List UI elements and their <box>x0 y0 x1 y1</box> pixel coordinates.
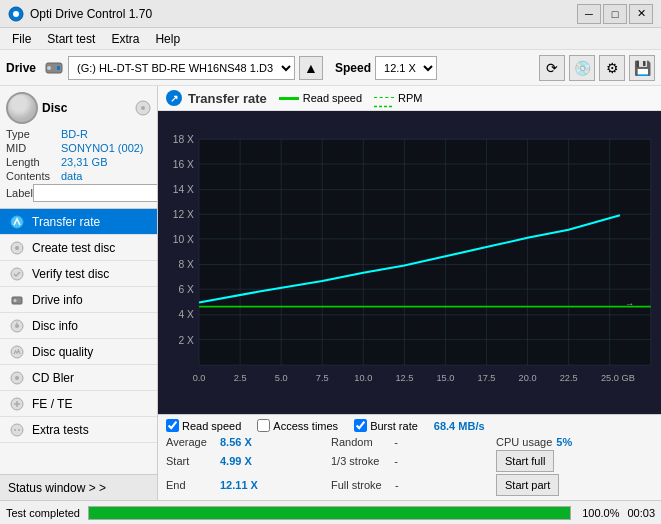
access-times-checkbox-label[interactable]: Access times <box>257 419 338 432</box>
nav-item-disc-info[interactable]: i Disc info <box>0 313 157 339</box>
eject-button[interactable]: ▲ <box>299 56 323 80</box>
settings-button[interactable]: ⚙ <box>599 55 625 81</box>
nav-verify-test-disc-label: Verify test disc <box>32 267 109 281</box>
progress-bar-container <box>88 506 571 520</box>
stats-average-cell: Average 8.56 X <box>166 436 323 448</box>
cd-button[interactable]: 💿 <box>569 55 595 81</box>
drive-icon <box>44 58 64 78</box>
menu-file[interactable]: File <box>4 28 39 50</box>
disc-type-row: Type BD-R <box>6 128 151 140</box>
menu-extra[interactable]: Extra <box>103 28 147 50</box>
stats-1-3-stroke-value: - <box>385 455 398 467</box>
svg-text:16 X: 16 X <box>173 159 194 170</box>
nav-fe-te-label: FE / TE <box>32 397 72 411</box>
stats-full-stroke-value: - <box>386 479 399 491</box>
nav-item-fe-te[interactable]: FE / TE <box>0 391 157 417</box>
nav-item-disc-quality[interactable]: Disc quality <box>0 339 157 365</box>
chart-header: ↗ Transfer rate Read speed RPM <box>158 86 661 111</box>
save-button[interactable]: 💾 <box>629 55 655 81</box>
status-window-button[interactable]: Status window > > <box>0 474 157 500</box>
stats-start-label: Start <box>166 455 216 467</box>
svg-text:2.5: 2.5 <box>234 373 247 383</box>
start-full-button[interactable]: Start full <box>496 450 554 472</box>
svg-text:14 X: 14 X <box>173 184 194 195</box>
stats-1-3-stroke-label: 1/3 stroke <box>331 455 381 467</box>
burst-rate-checkbox[interactable] <box>354 419 367 432</box>
svg-text:17.5: 17.5 <box>478 373 496 383</box>
svg-rect-25 <box>199 139 651 365</box>
stats-random-label: Random <box>331 436 381 448</box>
burst-rate-value: 68.4 MB/s <box>434 420 485 432</box>
svg-text:8 X: 8 X <box>179 259 195 270</box>
minimize-button[interactable]: ─ <box>577 4 601 24</box>
chart-legend: Read speed RPM <box>279 92 423 104</box>
toolbar: Drive (G:) HL-DT-ST BD-RE WH16NS48 1.D3 … <box>0 50 661 86</box>
svg-text:2 X: 2 X <box>179 335 195 346</box>
legend-read-speed: Read speed <box>279 92 362 104</box>
burst-rate-checkbox-label[interactable]: Burst rate <box>354 419 418 432</box>
svg-text:12.5: 12.5 <box>395 373 413 383</box>
close-button[interactable]: ✕ <box>629 4 653 24</box>
nav-transfer-rate-label: Transfer rate <box>32 215 100 229</box>
disc-label-input[interactable] <box>33 184 158 202</box>
disc-contents-value: data <box>61 170 151 182</box>
stats-cpu-cell: CPU usage 5% <box>496 436 653 448</box>
window-controls: ─ □ ✕ <box>577 4 653 24</box>
svg-text:i: i <box>17 320 18 325</box>
disc-quality-icon <box>8 343 26 361</box>
read-speed-checkbox-label[interactable]: Read speed <box>166 419 241 432</box>
statusbar-percent: 100.0% <box>579 507 619 519</box>
disc-type-label: Type <box>6 128 61 140</box>
menu-start-test[interactable]: Start test <box>39 28 103 50</box>
start-part-button[interactable]: Start part <box>496 474 559 496</box>
svg-text:5.0: 5.0 <box>275 373 288 383</box>
cd-bler-icon <box>8 369 26 387</box>
transfer-rate-icon <box>8 213 26 231</box>
stats-start-value: 4.99 X <box>220 455 255 467</box>
read-speed-checkbox[interactable] <box>166 419 179 432</box>
legend-rpm-label: RPM <box>398 92 422 104</box>
stats-cpu-label: CPU usage <box>496 436 552 448</box>
nav-item-cd-bler[interactable]: CD Bler <box>0 365 157 391</box>
titlebar: Opti Drive Control 1.70 ─ □ ✕ <box>0 0 661 28</box>
speed-label: Speed <box>335 61 371 75</box>
nav-cd-bler-label: CD Bler <box>32 371 74 385</box>
svg-text:10 X: 10 X <box>173 234 194 245</box>
svg-point-21 <box>14 429 16 431</box>
nav-item-create-test-disc[interactable]: Create test disc <box>0 235 157 261</box>
speed-select[interactable]: 12.1 X <box>375 56 437 80</box>
drive-select[interactable]: (G:) HL-DT-ST BD-RE WH16NS48 1.D3 <box>68 56 295 80</box>
stats-end-value: 12.11 X <box>220 479 258 491</box>
disc-panel-icon1 <box>135 100 151 116</box>
svg-point-9 <box>15 246 19 250</box>
nav-item-verify-test-disc[interactable]: Verify test disc <box>0 261 157 287</box>
svg-text:10.0: 10.0 <box>354 373 372 383</box>
svg-point-20 <box>11 424 23 436</box>
disc-panel-header: Disc <box>6 92 151 124</box>
nav-item-extra-tests[interactable]: Extra tests <box>0 417 157 443</box>
access-times-checkbox-text: Access times <box>273 420 338 432</box>
disc-contents-label: Contents <box>6 170 61 182</box>
fe-te-icon <box>8 395 26 413</box>
sidebar: Disc Type BD-R MID SONYNO1 (002) Length <box>0 86 158 500</box>
nav-item-drive-info[interactable]: Drive info <box>0 287 157 313</box>
nav-extra-tests-label: Extra tests <box>32 423 89 437</box>
progress-bar-fill <box>89 507 570 519</box>
svg-text:20.0: 20.0 <box>519 373 537 383</box>
svg-point-18 <box>15 376 19 380</box>
disc-mid-value: SONYNO1 (002) <box>61 142 151 154</box>
disc-mid-label: MID <box>6 142 61 154</box>
refresh-button[interactable]: ⟳ <box>539 55 565 81</box>
legend-read-speed-color <box>279 97 299 100</box>
chart-svg-container: 18 X 16 X 14 X 12 X 10 X 8 X 6 X 4 X 2 X… <box>158 111 661 414</box>
access-times-checkbox[interactable] <box>257 419 270 432</box>
disc-mid-row: MID SONYNO1 (002) <box>6 142 151 154</box>
nav-item-transfer-rate[interactable]: Transfer rate <box>0 209 157 235</box>
svg-text:12 X: 12 X <box>173 209 194 220</box>
maximize-button[interactable]: □ <box>603 4 627 24</box>
svg-point-12 <box>14 299 17 302</box>
menu-help[interactable]: Help <box>147 28 188 50</box>
menubar: File Start test Extra Help <box>0 28 661 50</box>
nav-create-test-disc-label: Create test disc <box>32 241 115 255</box>
disc-panel-title: Disc <box>42 101 67 115</box>
